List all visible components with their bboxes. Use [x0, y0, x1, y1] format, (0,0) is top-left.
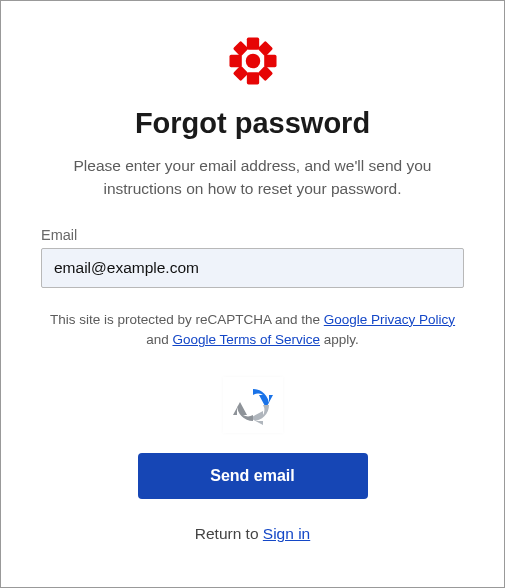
- disclaimer-text: This site is protected by reCAPTCHA and …: [50, 312, 324, 327]
- forgot-password-card: Forgot password Please enter your email …: [0, 0, 505, 588]
- page-title: Forgot password: [135, 107, 370, 140]
- recaptcha-disclaimer: This site is protected by reCAPTCHA and …: [41, 310, 464, 352]
- svg-point-0: [245, 54, 260, 69]
- terms-of-service-link[interactable]: Google Terms of Service: [172, 332, 320, 347]
- send-email-button[interactable]: Send email: [138, 453, 368, 499]
- email-field-group: Email: [41, 227, 464, 288]
- svg-rect-6: [257, 41, 273, 57]
- page-subtitle: Please enter your email address, and we'…: [41, 154, 464, 201]
- disclaimer-text: and: [146, 332, 172, 347]
- svg-rect-5: [232, 41, 248, 57]
- privacy-policy-link[interactable]: Google Privacy Policy: [324, 312, 455, 327]
- svg-rect-1: [246, 37, 258, 49]
- svg-rect-2: [246, 72, 258, 84]
- email-input[interactable]: [41, 248, 464, 288]
- return-line: Return to Sign in: [195, 525, 310, 543]
- svg-rect-4: [264, 55, 276, 67]
- sign-in-link[interactable]: Sign in: [263, 525, 310, 542]
- email-label: Email: [41, 227, 464, 243]
- svg-rect-7: [232, 65, 248, 81]
- return-prefix: Return to: [195, 525, 263, 542]
- brand-logo: [225, 33, 281, 93]
- cbc-gem-icon: [225, 33, 281, 89]
- recaptcha-badge: [223, 377, 283, 433]
- svg-rect-8: [257, 65, 273, 81]
- disclaimer-text: apply.: [320, 332, 359, 347]
- recaptcha-icon: [233, 385, 273, 425]
- svg-rect-3: [229, 55, 241, 67]
